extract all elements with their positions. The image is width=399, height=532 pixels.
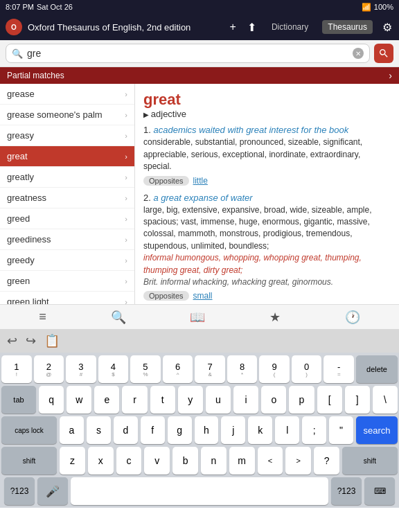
search-submit-icon — [378, 48, 389, 59]
key-o[interactable]: o — [261, 386, 286, 414]
key-n[interactable]: n — [201, 447, 227, 475]
key-5[interactable]: 5% — [130, 355, 161, 383]
keyboard-number-row: 1! 2@ 3# 4$ 5% 6^ 7& 8* 9( 0) -= delete — [1, 355, 398, 383]
key-comma[interactable]: < — [258, 447, 283, 475]
book-button[interactable]: 📖 — [187, 307, 208, 328]
tab-dictionary[interactable]: Dictionary — [266, 20, 314, 34]
key-period[interactable]: > — [285, 447, 311, 475]
key-9[interactable]: 9( — [259, 355, 290, 383]
key-w[interactable]: w — [66, 386, 91, 414]
fn-right-key[interactable]: ?123 — [331, 477, 362, 505]
mic-key[interactable]: 🎤 — [37, 477, 68, 505]
key-bracket-close[interactable]: ] — [345, 386, 370, 414]
key-k[interactable]: k — [248, 416, 272, 444]
key-f[interactable]: f — [141, 416, 165, 444]
chevron-right-icon: › — [125, 111, 127, 119]
history-button[interactable]: 🕐 — [342, 307, 363, 328]
key-b[interactable]: b — [172, 447, 198, 475]
key-d[interactable]: d — [114, 416, 138, 444]
key-semicolon[interactable]: ; — [302, 416, 326, 444]
partial-matches-header: Partial matches › — [0, 67, 399, 84]
key-minus[interactable]: -= — [323, 355, 354, 383]
sidebar-item-green[interactable]: green › — [0, 271, 134, 292]
key-a[interactable]: a — [60, 416, 84, 444]
key-quote[interactable]: " — [329, 416, 353, 444]
shift-left-key[interactable]: shift — [1, 447, 57, 475]
app-logo: O — [6, 19, 22, 35]
chevron-right-icon: › — [125, 215, 127, 223]
key-g[interactable]: g — [168, 416, 192, 444]
key-e[interactable]: e — [94, 386, 119, 414]
app-title: Oxford Thesaurus of English, 2nd edition — [28, 22, 223, 33]
key-u[interactable]: u — [206, 386, 231, 414]
key-6[interactable]: 6^ — [163, 355, 193, 383]
key-h[interactable]: h — [195, 416, 219, 444]
search-key[interactable]: search — [356, 416, 398, 444]
key-v[interactable]: v — [144, 447, 170, 475]
sidebar-item-greasy[interactable]: greasy › — [0, 125, 134, 146]
key-1[interactable]: 1! — [1, 355, 32, 383]
content-pane: great adjective 1. academics waited with… — [135, 84, 399, 304]
key-r[interactable]: r — [122, 386, 147, 414]
fn-left-key[interactable]: ?123 — [4, 477, 35, 505]
favorites-button[interactable]: ★ — [267, 307, 283, 328]
key-8[interactable]: 8* — [227, 355, 258, 383]
key-s[interactable]: s — [87, 416, 111, 444]
tab-key[interactable]: tab — [1, 386, 36, 414]
caps-lock-key[interactable]: caps lock — [1, 416, 57, 444]
redo-button[interactable]: ↪ — [26, 333, 36, 348]
clear-search-button[interactable]: ✕ — [353, 48, 364, 59]
key-q[interactable]: q — [39, 386, 64, 414]
keyboard-icon-key[interactable]: ⌨ — [364, 477, 395, 505]
delete-key[interactable]: delete — [356, 355, 398, 383]
sidebar-item-great[interactable]: great › — [0, 146, 134, 167]
sidebar-item-greediness[interactable]: greediness › — [0, 229, 134, 250]
keyboard: 1! 2@ 3# 4$ 5% 6^ 7& 8* 9( 0) -= delete … — [0, 353, 399, 508]
sidebar-item-greedy[interactable]: greedy › — [0, 250, 134, 271]
key-i[interactable]: i — [233, 386, 258, 414]
word-pos: adjective — [143, 109, 391, 119]
key-2[interactable]: 2@ — [34, 355, 64, 383]
undo-button[interactable]: ↩ — [7, 333, 17, 348]
key-j[interactable]: j — [221, 416, 245, 444]
sidebar-item-green-light[interactable]: green light › — [0, 292, 134, 304]
key-y[interactable]: y — [178, 386, 203, 414]
key-l[interactable]: l — [275, 416, 299, 444]
opposites-row-1: Opposites little — [143, 176, 391, 186]
space-key[interactable] — [71, 477, 328, 505]
key-m[interactable]: m — [229, 447, 255, 475]
key-c[interactable]: c — [116, 447, 142, 475]
key-3[interactable]: 3# — [66, 355, 96, 383]
key-z[interactable]: z — [60, 447, 85, 475]
main-layout: grease › grease someone's palm › greasy … — [0, 84, 399, 304]
sidebar-item-greatness[interactable]: greatness › — [0, 188, 134, 209]
add-button[interactable]: + — [229, 19, 238, 35]
list-view-button[interactable]: ≡ — [36, 307, 49, 327]
sidebar-item-grease[interactable]: grease › — [0, 84, 134, 105]
sidebar: grease › grease someone's palm › greasy … — [0, 84, 135, 304]
share-button[interactable]: ⬆ — [246, 19, 258, 35]
keyboard-bottom-row: ?123 🎤 ?123 ⌨ — [1, 477, 398, 505]
tab-thesaurus[interactable]: Thesaurus — [322, 20, 373, 34]
status-bar: 8:07 PM Sat Oct 26 📶 100% — [0, 0, 399, 14]
sidebar-item-greed[interactable]: greed › — [0, 209, 134, 229]
settings-button[interactable]: ⚙ — [381, 19, 393, 35]
sidebar-item-greatly[interactable]: greatly › — [0, 167, 134, 188]
sidebar-item-grease-palm[interactable]: grease someone's palm › — [0, 105, 134, 125]
shift-right-key[interactable]: shift — [342, 447, 398, 475]
search-submit-button[interactable] — [374, 44, 393, 63]
key-bracket-open[interactable]: [ — [317, 386, 342, 414]
key-backslash[interactable]: \ — [373, 386, 398, 414]
clipboard-button[interactable]: 📋 — [44, 333, 60, 348]
key-7[interactable]: 7& — [195, 355, 225, 383]
key-x[interactable]: x — [88, 447, 114, 475]
search-input[interactable] — [27, 48, 348, 59]
key-4[interactable]: 4$ — [98, 355, 129, 383]
key-p[interactable]: p — [289, 386, 314, 414]
bottom-toolbar: ≡ 🔍 📖 ★ 🕐 — [0, 304, 399, 329]
key-0[interactable]: 0) — [292, 355, 322, 383]
key-t[interactable]: t — [150, 386, 175, 414]
status-left: 8:07 PM Sat Oct 26 — [6, 3, 73, 11]
search-button[interactable]: 🔍 — [108, 307, 129, 328]
key-slash[interactable]: ? — [314, 447, 339, 475]
